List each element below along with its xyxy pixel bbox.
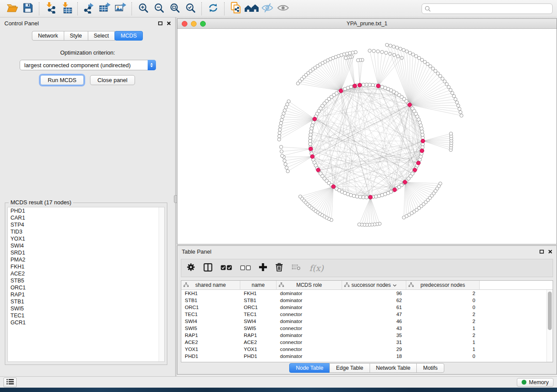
leaf-node[interactable] <box>395 46 399 49</box>
leaf-node[interactable] <box>284 162 287 166</box>
table-cell[interactable]: dominator <box>277 354 342 359</box>
mcds-result-item[interactable]: STB1 <box>8 298 164 305</box>
task-history-button[interactable] <box>3 378 17 387</box>
export-table-button[interactable] <box>97 2 113 16</box>
leaf-node[interactable] <box>392 45 396 48</box>
table-row[interactable]: TEC1TEC1connector472 <box>181 311 553 318</box>
table-row[interactable]: RAP1RAP1dominator352 <box>181 332 553 339</box>
table-scrollbar[interactable] <box>547 290 553 362</box>
table-cell[interactable]: ACE2 <box>240 340 277 345</box>
leaf-node[interactable] <box>388 52 392 55</box>
table-row[interactable]: YOX1YOX1connector291 <box>181 346 553 353</box>
table-cell[interactable]: 1 <box>406 347 480 352</box>
mcds-result-item[interactable]: CAR1 <box>8 214 164 221</box>
table-cell[interactable]: 2 <box>406 333 480 338</box>
mcds-hub-node[interactable] <box>408 103 412 107</box>
search-input[interactable] <box>422 3 553 14</box>
table-row[interactable]: ACE2ACE2connector311 <box>181 339 553 346</box>
tab-network[interactable]: Network <box>32 31 64 41</box>
table-cell[interactable]: 47 <box>342 312 406 317</box>
zoom-in-button[interactable] <box>135 2 151 16</box>
table-cell[interactable]: dominator <box>277 333 342 338</box>
table-cell[interactable]: TEC1 <box>181 312 240 317</box>
leaf-node[interactable] <box>418 56 421 60</box>
leaf-node[interactable] <box>278 128 282 131</box>
mcds-result-list[interactable]: PHD1CAR1STP4TID3YOX1SWI4SRD1PMA2FKH1ACE2… <box>7 207 165 362</box>
leaf-node[interactable] <box>282 112 285 115</box>
leaf-node[interactable] <box>278 134 281 138</box>
table-row[interactable]: STB1STB1dominator620 <box>181 297 553 304</box>
table-cell[interactable]: SWI5 <box>181 326 240 331</box>
run-mcds-button[interactable]: Run MCDS <box>40 75 84 85</box>
table-row[interactable]: SWI4SWI4dominator462 <box>181 318 553 325</box>
table-cell[interactable]: FKH1 <box>181 291 240 296</box>
show-columns-button[interactable] <box>204 263 212 273</box>
table-cell[interactable]: dominator <box>277 319 342 324</box>
table-cell[interactable]: YOX1 <box>181 347 240 352</box>
network-node[interactable] <box>309 130 313 133</box>
leaf-node[interactable] <box>449 88 453 92</box>
import-table-button[interactable] <box>59 2 74 16</box>
table-cell[interactable]: 0 <box>406 305 480 310</box>
leaf-node[interactable] <box>443 80 446 83</box>
leaf-node[interactable] <box>372 49 376 53</box>
leaf-node[interactable] <box>296 82 300 85</box>
network-node[interactable] <box>352 194 356 198</box>
column-header-shared-name[interactable]: shared name <box>181 281 240 289</box>
show-all-button[interactable] <box>275 2 291 16</box>
table-cell[interactable]: dominator <box>277 305 342 310</box>
table-cell[interactable]: 61 <box>342 305 406 310</box>
mcds-hub-node[interactable] <box>311 155 315 158</box>
column-header-successor-nodes[interactable]: successor nodes <box>342 281 406 289</box>
tab-node-table[interactable]: Node Table <box>289 363 330 373</box>
leaf-node[interactable] <box>450 132 453 135</box>
mcds-hub-node[interactable] <box>309 147 313 151</box>
table-row[interactable]: ORC1ORC1dominator610 <box>181 304 553 311</box>
close-panel-action-button[interactable]: Close panel <box>90 75 135 85</box>
leaf-node[interactable] <box>381 50 384 54</box>
table-cell[interactable]: dominator <box>277 291 342 296</box>
leaf-node[interactable] <box>385 43 389 47</box>
tab-network-table[interactable]: Network Table <box>370 363 417 373</box>
column-header-mcds-role[interactable]: MCDS role <box>277 281 342 289</box>
table-cell[interactable]: connector <box>277 312 342 317</box>
table-cell[interactable]: connector <box>277 347 342 352</box>
leaf-node[interactable] <box>280 150 284 153</box>
table-cell[interactable]: 31 <box>342 340 406 345</box>
mcds-hub-node[interactable] <box>353 84 357 88</box>
leaf-node[interactable] <box>286 169 290 173</box>
leaf-node[interactable] <box>459 110 462 114</box>
table-cell[interactable]: PHD1 <box>181 354 240 359</box>
table-row[interactable]: SWI5SWI5connector431 <box>181 325 553 332</box>
leaf-node[interactable] <box>415 55 418 58</box>
mcds-hub-node[interactable] <box>393 188 397 192</box>
copy-style-button[interactable] <box>228 2 244 16</box>
leaf-node[interactable] <box>283 159 287 162</box>
table-cell[interactable]: dominator <box>277 298 342 303</box>
leaf-node[interactable] <box>285 166 288 169</box>
table-row[interactable]: PHD1PHD1dominator180 <box>181 353 553 360</box>
table-cell[interactable]: 29 <box>342 347 406 352</box>
first-neighbors-button[interactable] <box>244 2 259 16</box>
mcds-result-item[interactable]: FKH1 <box>8 263 164 270</box>
leaf-node[interactable] <box>452 94 456 98</box>
network-node[interactable] <box>355 195 359 198</box>
optimization-criterion-select[interactable]: largest connected component (undirected) <box>20 60 156 70</box>
table-cell[interactable]: STB1 <box>240 298 277 303</box>
table-cell[interactable]: 2 <box>406 319 480 324</box>
leaf-node[interactable] <box>423 60 427 64</box>
table-cell[interactable]: RAP1 <box>240 333 277 338</box>
mcds-result-item[interactable]: SWI5 <box>8 305 164 312</box>
leaf-node[interactable] <box>420 58 424 62</box>
tab-mcds[interactable]: MCDS <box>114 31 143 41</box>
leaf-node[interactable] <box>454 98 457 101</box>
leaf-node[interactable] <box>280 154 284 158</box>
network-node[interactable] <box>420 130 424 133</box>
mcds-result-item[interactable]: YOX1 <box>8 235 164 242</box>
mcds-hub-node[interactable] <box>316 168 320 172</box>
mcds-hub-node[interactable] <box>358 83 362 87</box>
table-cell[interactable]: 0 <box>406 354 480 359</box>
open-file-button[interactable] <box>4 2 20 16</box>
table-cell[interactable]: 2 <box>406 312 480 317</box>
table-cell[interactable]: 2 <box>406 291 480 296</box>
